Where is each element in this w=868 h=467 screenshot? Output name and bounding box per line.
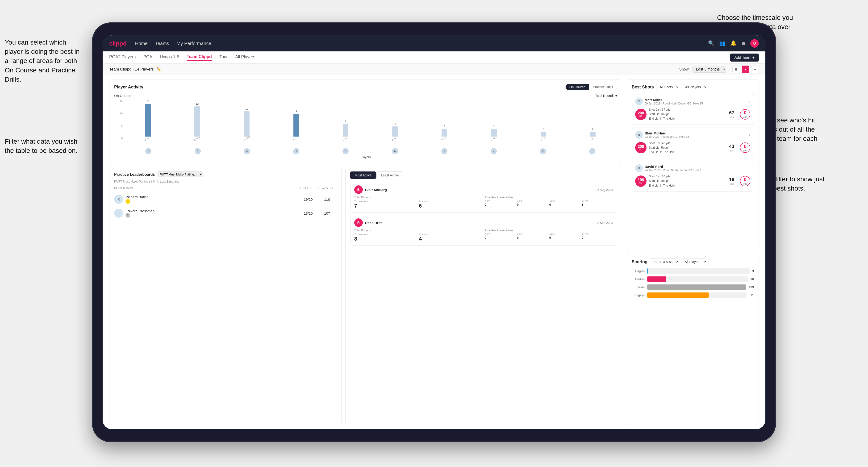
shot-badge-num: 198 [638, 178, 644, 182]
pb-score: 19/20 [299, 197, 318, 201]
tournament-val: 7 [354, 203, 418, 209]
active-players-list: B Blair McHarg 26 Aug 2023 Total Rounds … [350, 182, 617, 246]
subnav-all-players[interactable]: All Players [235, 55, 255, 60]
edit-team-icon[interactable]: ✏️ [157, 67, 161, 71]
active-player-date: 26 Aug 2023 [596, 188, 613, 191]
left-panel: Player Activity On Course Practice Drill… [109, 79, 622, 425]
active-player-header: B Blair McHarg 26 Aug 2023 [354, 185, 613, 194]
users-icon[interactable]: 👥 [719, 40, 725, 46]
shot-player-row: M Matt Miller 09 Jun 2023 · Royal North … [635, 98, 750, 105]
practice-label: Practice [419, 233, 483, 236]
add-team-button[interactable]: Add Team + [730, 54, 759, 62]
player-avatar-cell: E [321, 148, 370, 154]
bar-group: 4D. Billingham [371, 99, 420, 139]
col-pb-score: PB SCORE [299, 187, 318, 190]
bar-value-label: 5 [345, 120, 346, 123]
scoring-bar-value: 499 [749, 285, 754, 289]
shot-distance-stat: 43 yds [726, 144, 738, 152]
arg-val: 0 [549, 236, 581, 239]
scoring-bar-item: Pars 499 [632, 284, 754, 290]
practice-val: 4 [419, 236, 483, 242]
bar-chart: 15 10 5 0 13B. McHarg12B. Britt10D. Ford… [114, 99, 617, 147]
gtt-val: 0 [485, 236, 516, 239]
leaderboard-rows: R Richard Butler 1 19/20 110 E Edward Cr… [114, 192, 337, 220]
subnav-tour[interactable]: Tour [219, 55, 228, 60]
shots-filter-select[interactable]: All Shots [656, 84, 679, 90]
table-header: PLAYER NAME PB SCORE PB AVG SQ [114, 186, 337, 191]
shot-chevron-icon[interactable]: › [749, 99, 750, 104]
chart-dropdown-select[interactable]: Total Rounds ▾ [595, 94, 617, 98]
subnav-pgat[interactable]: PGAT Players [109, 55, 135, 60]
shot-info-text: Shot Dist: 16 ydsStart Lie: RoughEnd Lie… [649, 174, 723, 188]
leaderboard-row: E Edward Crossman 2 18/20 107 [114, 206, 337, 220]
shot-chevron-icon[interactable]: › [749, 166, 750, 171]
practice-drills-toggle[interactable]: Practice Drills [589, 84, 617, 90]
shot-details-row: 200 SG Shot Dist: 43 ydsStart Lie: Rough… [635, 141, 750, 155]
scoring-par-filter[interactable]: Par 3, 4 & 5s [650, 258, 679, 265]
scoring-players-filter[interactable]: All Players [681, 258, 707, 265]
subnav-hcaps[interactable]: Hcaps 1-5 [160, 55, 179, 60]
bar: 13 [145, 104, 151, 136]
least-active-tab[interactable]: Least Active [376, 172, 403, 179]
notifications-icon[interactable]: 🔔 [730, 40, 737, 46]
team-header-bar: Team Clippd | 14 Players ✏️ Show: Last 3… [102, 64, 766, 75]
practice-val: 6 [419, 203, 483, 209]
shot-stat-num: 67 [729, 110, 734, 116]
shot-player-name: David Ford [645, 165, 703, 168]
player-avatar-small: J [293, 148, 299, 154]
scoring-header: Scoring Par 3, 4 & 5s All Players [632, 258, 754, 265]
putt-label: PUTT [582, 200, 613, 203]
col-player-name: PLAYER NAME [114, 187, 299, 190]
subnav-pga[interactable]: PGA [143, 55, 152, 60]
most-active-tabs: Most Active Least Active [350, 172, 617, 179]
drill-select[interactable]: PUTT Must Make Putting... [157, 172, 203, 177]
most-active-tab[interactable]: Most Active [350, 172, 376, 179]
subnav-team-clippd[interactable]: Team Clippd [187, 54, 212, 61]
player-avatar-cell: D [222, 148, 272, 154]
pb-avg: 107 [318, 211, 337, 215]
app-logo: clippd [109, 40, 127, 47]
heart-view-icon[interactable]: ♥ [742, 66, 749, 73]
bar-value-label: 12 [196, 102, 198, 105]
grid-view-icon[interactable]: ⊞ [733, 66, 740, 73]
shot-stat-zero-label: yds [743, 116, 747, 118]
search-icon[interactable]: 🔍 [708, 40, 714, 46]
nav-teams[interactable]: Teams [155, 41, 169, 46]
gtt-label: GTT [485, 233, 516, 236]
bar-group: 3R. Butler [420, 99, 469, 139]
shot-sg-badge: 198 SG [635, 176, 647, 187]
app-label: APP [517, 233, 549, 236]
drill-header: Practice Leaderboards PUTT Must Make Put… [114, 172, 337, 177]
bar-group: 12B. Britt [173, 99, 222, 139]
list-view-icon[interactable]: ≡ [751, 66, 759, 73]
y-axis-labels: 15 10 5 0 [114, 99, 123, 139]
player-avatar-cell: D [370, 148, 420, 154]
scoring-bar-track [647, 276, 748, 282]
bottom-row: Practice Leaderboards PUTT Must Make Put… [109, 167, 622, 425]
scoring-bar-fill [647, 292, 709, 298]
shot-player-name: Matt Miller [645, 98, 703, 102]
add-icon[interactable]: ⊕ [741, 40, 746, 46]
players-filter-select[interactable]: All Players [682, 84, 707, 90]
chart-area: On Course Total Rounds ▾ 15 10 5 0 1 [114, 94, 617, 159]
timescale-select[interactable]: Last 3 months Last 6 months Last year [692, 66, 726, 73]
shot-stat-label: yds [730, 149, 734, 152]
nav-home[interactable]: Home [135, 41, 148, 46]
player-avatar-small: L [589, 148, 595, 154]
user-avatar[interactable]: U [750, 39, 759, 48]
total-rounds-section: Total Rounds Tournament 8 Practice 4 [354, 229, 483, 242]
nav-my-performance[interactable]: My Performance [177, 41, 211, 46]
shot-player-info: 09 Jun 2023 · Royal North Devon GC, Hole… [645, 102, 703, 105]
pb-avg: 110 [318, 197, 337, 201]
col-pb-avg: PB AVG SQ [318, 187, 337, 190]
shot-chevron-icon[interactable]: › [749, 132, 750, 137]
player-avatar-small: E [342, 148, 349, 154]
activities-label: Total Practice Activities [485, 229, 613, 232]
on-course-toggle[interactable]: On Course [566, 84, 589, 90]
player-info: R Richard Butler 1 [114, 195, 299, 204]
arg-label: ARG [549, 233, 581, 236]
rounds-grid: Total Rounds Tournament 8 Practice 4 Tot… [354, 229, 613, 242]
scoring-bar-track [647, 284, 746, 290]
shot-badge-num: 200 [638, 111, 644, 115]
team-name-label: Team Clippd | 14 Players [109, 67, 154, 72]
